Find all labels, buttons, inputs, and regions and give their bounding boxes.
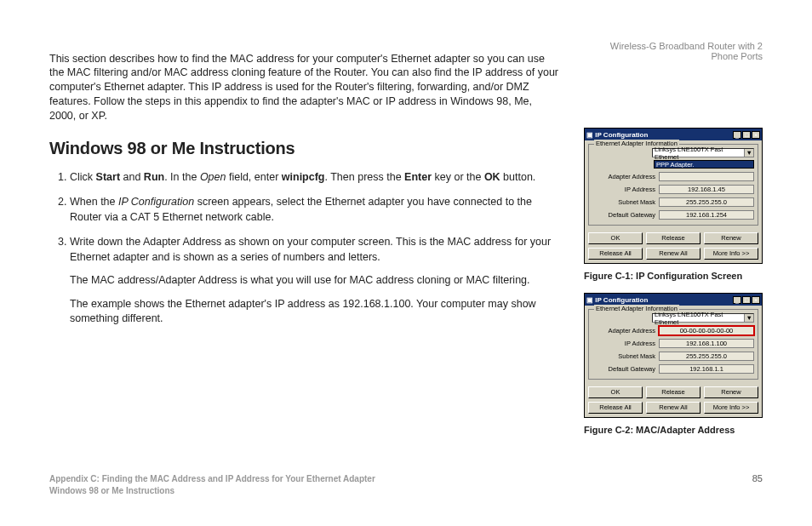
renew-all-button: Renew All xyxy=(646,402,700,414)
page-number: 85 xyxy=(752,473,763,497)
adapter-combobox: Linksys LNE100TX Fast Ethernet ▼ xyxy=(652,313,754,323)
renew-button: Renew xyxy=(704,386,758,398)
chevron-down-icon: ▼ xyxy=(744,314,753,322)
adapter-combobox: Linksys LNE100TX Fast Ethernet ▼ xyxy=(652,148,754,157)
instruction-list: Click Start and Run. In the Open field, … xyxy=(49,170,560,327)
figure-c1-caption: Figure C-1: IP Configuration Screen xyxy=(584,271,763,281)
more-info-button: More Info >> xyxy=(704,402,758,414)
subnet-mask-field: 255.255.255.0 xyxy=(659,197,754,207)
minimize-icon: _ xyxy=(733,296,741,304)
figure-c1: ▣ IP Configuration _ □ × Ethernet Adapte… xyxy=(584,128,763,264)
app-icon: ▣ xyxy=(586,296,595,304)
appendix-subtitle: Windows 98 or Me Instructions xyxy=(49,485,375,497)
renew-all-button: Renew All xyxy=(646,248,700,260)
minimize-icon: _ xyxy=(733,131,741,139)
default-gateway-field: 192.168.1.254 xyxy=(659,210,754,220)
release-all-button: Release All xyxy=(588,248,643,260)
step-2: When the IP Configuration screen appears… xyxy=(70,195,560,225)
product-header: Wireless-G Broadband Router with 2 Phone… xyxy=(584,41,763,61)
intro-paragraph: This section describes how to find the M… xyxy=(49,52,560,123)
adapter-selected-highlight: PPP Adapter. xyxy=(654,160,754,169)
ok-button: OK xyxy=(588,386,643,398)
window-title: ▣ IP Configuration xyxy=(586,131,648,139)
ip-address-field: 192.168.1.45 xyxy=(659,185,754,194)
groupbox-legend: Ethernet Adapter Information xyxy=(594,305,679,312)
step-1: Click Start and Run. In the Open field, … xyxy=(70,170,560,186)
close-icon: × xyxy=(752,131,760,139)
window-title: ▣ IP Configuration xyxy=(586,296,648,304)
release-button: Release xyxy=(646,232,700,244)
more-info-button: More Info >> xyxy=(704,248,758,260)
adapter-address-field: 00-00-00-00-00-00 xyxy=(659,326,754,335)
subnet-mask-field: 255.255.255.0 xyxy=(659,352,754,361)
ip-address-field: 192.168.1.100 xyxy=(659,339,754,348)
ipconfig-dialog-2: ▣ IP Configuration _ □ × Ethernet Adapte… xyxy=(584,293,763,418)
section-heading: Windows 98 or Me Instructions xyxy=(49,139,560,158)
default-gateway-field: 192.168.1.1 xyxy=(659,364,754,374)
maximize-icon: □ xyxy=(742,296,751,304)
maximize-icon: □ xyxy=(742,131,751,139)
chevron-down-icon: ▼ xyxy=(744,149,753,157)
renew-button: Renew xyxy=(704,232,758,244)
page-footer: Appendix C: Finding the MAC Address and … xyxy=(49,473,763,497)
close-icon: × xyxy=(752,296,760,304)
groupbox-legend: Ethernet Adapter Information xyxy=(594,140,679,147)
adapter-address-field xyxy=(659,172,754,181)
ipconfig-dialog-1: ▣ IP Configuration _ □ × Ethernet Adapte… xyxy=(584,128,763,264)
release-all-button: Release All xyxy=(588,402,643,414)
appendix-name: Appendix C: Finding the MAC Address and … xyxy=(49,473,375,485)
app-icon: ▣ xyxy=(586,131,595,139)
release-button: Release xyxy=(646,386,700,398)
figure-c2-caption: Figure C-2: MAC/Adapter Address xyxy=(584,425,763,435)
ok-button: OK xyxy=(588,232,643,244)
figure-c2: ▣ IP Configuration _ □ × Ethernet Adapte… xyxy=(584,293,763,418)
step-3: Write down the Adapter Address as shown … xyxy=(70,235,560,327)
